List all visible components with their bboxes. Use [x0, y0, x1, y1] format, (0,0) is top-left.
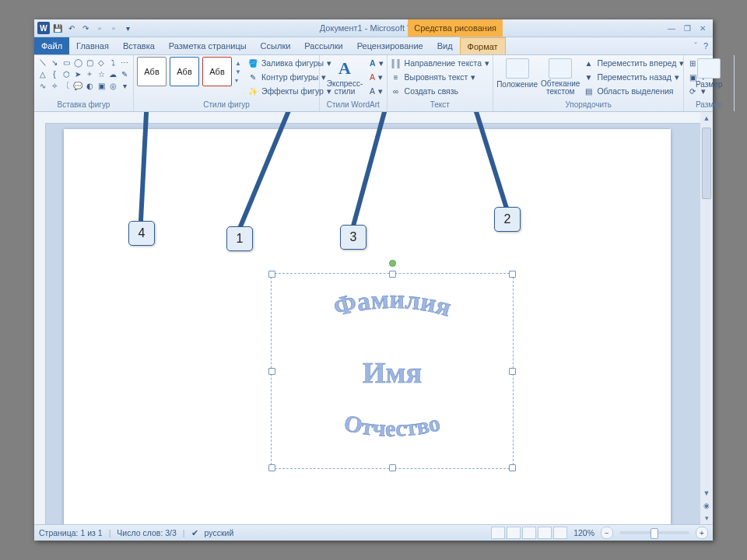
view-print-layout[interactable] [491, 527, 505, 539]
shape-fill-button[interactable]: 🪣Заливка фигуры ▾ [247, 57, 331, 69]
zoom-level[interactable]: 120% [573, 528, 594, 537]
text-fill-button[interactable]: A▾ [370, 57, 384, 69]
shape-effects-button[interactable]: ✨Эффекты фигур ▾ [247, 85, 331, 97]
tab-view[interactable]: Вид [430, 37, 460, 54]
shape-hex-icon[interactable]: ⬡ [61, 68, 72, 79]
shape-misc2-icon[interactable]: ▣ [96, 80, 107, 91]
text-outline-button[interactable]: A▾ [370, 71, 384, 83]
shape-style-3[interactable]: Абв [202, 57, 232, 86]
tab-review[interactable]: Рецензирование [350, 37, 430, 54]
restore-icon[interactable]: ❐ [682, 24, 693, 33]
close-icon[interactable]: ✕ [697, 24, 708, 33]
tab-format[interactable]: Формат [460, 37, 506, 54]
shape-rect-icon[interactable]: ▭ [61, 57, 72, 68]
align-text-button[interactable]: ≡Выровнять текст ▾ [391, 71, 490, 83]
text-effects-button[interactable]: A▾ [370, 85, 384, 97]
scroll-thumb[interactable] [702, 128, 711, 199]
shape-bracket-icon[interactable]: 〔 [61, 80, 72, 91]
shape-brace-icon[interactable]: { [49, 68, 60, 79]
shape-line-icon[interactable]: ＼ [37, 57, 48, 68]
position-label: Положение [496, 80, 538, 89]
svg-text:Фамилия: Фамилия [331, 285, 455, 322]
vertical-ruler[interactable] [34, 123, 46, 524]
zoom-in-button[interactable]: + [696, 527, 708, 539]
callout-2: 2 [494, 207, 521, 232]
shape-curve-icon[interactable]: ∿ [37, 80, 48, 91]
minimize-ribbon-icon[interactable]: ˇ [694, 41, 697, 51]
status-page[interactable]: Страница: 1 из 1 [39, 528, 103, 537]
tab-file[interactable]: Файл [34, 37, 69, 54]
help-icon[interactable]: ? [703, 41, 708, 51]
rotate-handle[interactable] [389, 260, 396, 267]
shape-edit-icon[interactable]: ✎ [119, 68, 130, 79]
next-page-icon[interactable]: ▾ [700, 512, 713, 524]
shape-outline-button[interactable]: ✎Контур фигуры ▾ [247, 71, 331, 83]
shape-misc1-icon[interactable]: ◐ [84, 80, 95, 91]
selected-textbox[interactable]: Фамилия Имя Отчество [271, 273, 514, 469]
qat-extra-icon[interactable]: ▫ [93, 22, 106, 34]
shape-effects-label: Эффекты фигур [261, 86, 324, 96]
prev-page-icon[interactable]: ◉ [700, 499, 713, 512]
shape-diamond-icon[interactable]: ◇ [96, 57, 107, 68]
callout-label: 3 [350, 230, 357, 244]
zoom-slider[interactable] [619, 531, 689, 534]
shape-dropdown-icon[interactable]: ▾ [119, 80, 130, 91]
shape-arrowr-icon[interactable]: ➤ [72, 68, 83, 79]
tab-insert[interactable]: Вставка [116, 37, 162, 54]
selection-pane-button[interactable]: ▤Область выделения [583, 85, 684, 97]
shape-misc3-icon[interactable]: ◎ [107, 80, 118, 91]
size-button[interactable]: Размер [687, 57, 731, 89]
shape-more-icon[interactable]: ⋯ [119, 57, 130, 68]
callout-label: 2 [504, 212, 511, 226]
shape-star-icon[interactable]: ☆ [96, 68, 107, 79]
shape-free-icon[interactable]: ✧ [49, 80, 60, 91]
word-logo-icon[interactable]: W [37, 22, 50, 34]
view-draft[interactable] [553, 527, 567, 539]
qat-extra2-icon[interactable]: ▫ [107, 22, 120, 34]
position-button[interactable]: Положение [496, 57, 538, 89]
tab-layout[interactable]: Разметка страницы [162, 37, 254, 54]
page[interactable]: 4 1 3 2 [64, 129, 671, 524]
send-backward-button[interactable]: ▼Переместить назад ▾ [583, 71, 684, 83]
tab-mailings[interactable]: Рассылки [297, 37, 349, 54]
shapes-gallery[interactable]: ＼ ↘ ▭ ◯ ▢ ◇ ⤵ ⋯ △ { ⬡ ➤ ＋ ☆ ☁ ✎ ∿ [37, 57, 130, 91]
tab-references[interactable]: Ссылки [254, 37, 298, 54]
shape-connector-icon[interactable]: ⤵ [107, 57, 118, 68]
tab-home[interactable]: Главная [69, 37, 116, 54]
shape-cloud-icon[interactable]: ☁ [107, 68, 118, 79]
status-language[interactable]: русский [205, 528, 234, 537]
vertical-scrollbar[interactable]: ▲ ▼ ◉ ▾ [700, 112, 713, 524]
shape-plus-icon[interactable]: ＋ [84, 68, 95, 79]
zoom-out-button[interactable]: − [601, 527, 613, 539]
minimize-icon[interactable]: — [666, 24, 677, 33]
save-icon[interactable]: 💾 [51, 22, 64, 34]
bring-forward-button[interactable]: ▲Переместить вперед ▾ [583, 57, 684, 69]
shape-oval-icon[interactable]: ◯ [72, 57, 83, 68]
scroll-up-icon[interactable]: ▲ [700, 112, 713, 124]
shape-style-2[interactable]: Абв [170, 57, 199, 86]
scroll-down-icon[interactable]: ▼ [700, 487, 713, 499]
qat-dropdown-icon[interactable]: ▾ [121, 22, 134, 34]
wrap-text-button[interactable]: Обтекание текстом [541, 57, 580, 96]
shape-style-1[interactable]: Абв [137, 57, 167, 86]
group-text: ║║Направление текста ▾ ≡Выровнять текст … [388, 55, 494, 111]
shape-triangle-icon[interactable]: △ [37, 68, 48, 79]
shape-roundrect-icon[interactable]: ▢ [84, 57, 95, 68]
view-web[interactable] [522, 527, 536, 539]
status-word-count[interactable]: Число слов: 3/3 [117, 528, 176, 537]
proofing-icon[interactable]: ✔ [191, 528, 198, 537]
quick-styles-button[interactable]: A Экспресс- стили [323, 57, 366, 96]
text-direction-button[interactable]: ║║Направление текста ▾ [391, 57, 490, 69]
gallery-up-icon[interactable]: ▲ [235, 60, 241, 67]
create-link-button[interactable]: ∞Создать связь [391, 85, 490, 97]
shape-callout-icon[interactable]: 💬 [72, 80, 83, 91]
gallery-more-icon[interactable]: ▾ [235, 77, 241, 84]
zoom-slider-thumb[interactable] [651, 528, 658, 539]
view-outline[interactable] [538, 527, 552, 539]
gallery-down-icon[interactable]: ▼ [235, 68, 241, 75]
horizontal-ruler[interactable] [34, 112, 700, 124]
redo-icon[interactable]: ↷ [79, 22, 92, 34]
shape-arrow-icon[interactable]: ↘ [49, 57, 60, 68]
undo-icon[interactable]: ↶ [65, 22, 78, 34]
view-fullscreen[interactable] [507, 527, 521, 539]
